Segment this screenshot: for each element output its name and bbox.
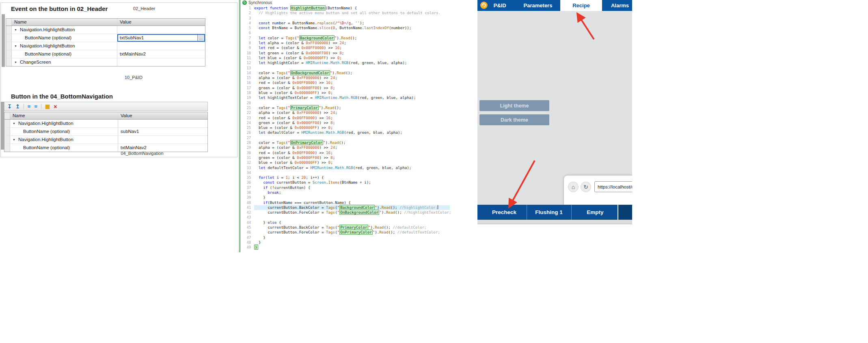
collapse-icon[interactable]: ▼ [14, 42, 18, 50]
code-line: 14 color = Tags("OnBackgroundColor").Rea… [242, 71, 450, 75]
text-cursor [438, 205, 438, 209]
event-row[interactable]: ▼Navigation.HighlightButton [4, 120, 207, 128]
light-theme-button[interactable]: Light theme [479, 100, 549, 111]
collapse-icon[interactable]: ▼ [14, 58, 18, 66]
code-line: 47 } [242, 235, 450, 240]
screenshot-stage: Event on the button in 02_Header 02_Head… [0, 0, 868, 343]
column-header-name[interactable]: Name [12, 19, 117, 26]
code-line: 10 let green = (color & 0x0000FF00) >> 8… [242, 51, 450, 56]
code-text: currentButton.ForeColor = Tags("OnPrimar… [254, 230, 450, 235]
code-line: 33 let defaultTextColor = HMIRuntime.Mat… [242, 165, 450, 170]
collapse-icon[interactable]: ▼ [14, 26, 18, 34]
tab-recipe[interactable]: Recipe [560, 0, 602, 11]
param-value-cell[interactable]: txtMainNav2 [117, 50, 205, 58]
line-number: 2 [242, 11, 254, 15]
param-value-cell[interactable]: subNav1 [118, 128, 207, 135]
nav-button-empty[interactable]: Empty [575, 205, 615, 220]
event-row[interactable]: ▼Navigation.HighlightButton [4, 136, 207, 144]
event-config-panels: Event on the button in 02_Header 02_Head… [0, 2, 238, 157]
nav-button-precheck[interactable]: Precheck [484, 205, 525, 220]
value-edit-field[interactable]: txtSubNav1 … [117, 34, 205, 42]
param-name: ButtonName (optional) [25, 50, 71, 58]
detail-view-icon[interactable]: ≡ [34, 104, 37, 109]
code-line: 49} [242, 245, 450, 250]
code-line: 17 green = (color & 0x0000FF00) >> 8; [242, 86, 450, 90]
synchronous-icon: ↻ [242, 0, 247, 5]
line-number: 36 [242, 180, 254, 185]
table-icon[interactable]: ▦ [45, 104, 50, 109]
line-number: 38 [242, 190, 254, 195]
url-input[interactable] [594, 181, 632, 192]
collapse-icon[interactable]: ▼ [13, 136, 16, 144]
event-row[interactable]: ▼Navigation.HighlightButton [6, 26, 205, 34]
line-number: 34 [242, 170, 254, 175]
line-number: 5 [242, 26, 254, 30]
dark-theme-button[interactable]: Dark theme [479, 114, 549, 125]
value-text: txtSubNav1 [120, 34, 197, 42]
tab-pid[interactable]: P&ID [491, 0, 509, 11]
row-gutter [6, 19, 12, 26]
code-line: 1export function HighlightButton(ButtonN… [242, 6, 450, 11]
code-text: let color = Tags("BackgroundColor").Read… [254, 36, 450, 41]
code-line: 18 blue = (color & 0x000000FF) >> 0; [242, 90, 450, 95]
event-value[interactable] [117, 58, 205, 66]
panel2-title: Button in the 04_BottomNavigation [11, 93, 113, 100]
tab-alarms[interactable]: Alarms [608, 0, 632, 11]
line-number: 29 [242, 145, 254, 150]
code-line: 7 let color = Tags("BackgroundColor").Re… [242, 36, 450, 41]
column-header-name[interactable]: Name [10, 112, 118, 119]
code-line: 5 const BtnName = ButtonName.slice(0, Bu… [242, 26, 450, 30]
move-down-icon[interactable]: ↧ [7, 104, 12, 109]
event-row[interactable]: ButtonName (optional) txtMainNav2 [6, 50, 205, 58]
line-number: 20 [242, 101, 254, 105]
splitter-bar[interactable] [1, 102, 4, 150]
code-text: let defaultColor = HMIRuntime.Math.RGB(r… [254, 130, 450, 135]
event-value[interactable] [117, 42, 205, 50]
browser-control-popup: ⌂ ↻ [564, 176, 632, 205]
hmi-runtime-panel: P&ID Parameters Recipe Alarms Light them… [477, 0, 632, 225]
column-header-value[interactable]: Value [118, 112, 207, 119]
browse-button[interactable]: … [197, 35, 204, 41]
event-value[interactable] [117, 26, 205, 34]
event-value[interactable] [118, 120, 207, 127]
code-text: if (!currentButton) { [254, 185, 450, 190]
code-text [254, 66, 450, 71]
editor-margin-indicator [240, 0, 240, 252]
line-number: 37 [242, 185, 254, 190]
splitter-bar[interactable] [2, 14, 5, 67]
event-row[interactable]: ButtonName (optional) txtSubNav1 … [6, 34, 205, 42]
param-value-cell[interactable]: txtSubNav1 … [117, 34, 205, 42]
event-row[interactable]: ▼Navigation.HighlightButton [6, 42, 205, 50]
runtime-menu-icon[interactable] [480, 2, 488, 9]
line-number: 47 [242, 235, 254, 240]
row-gutter [6, 26, 12, 34]
refresh-icon[interactable]: ↻ [581, 182, 591, 192]
table-header-row: Name Value [6, 19, 205, 26]
collapse-icon[interactable]: ▼ [13, 120, 16, 127]
nav-button-flushing1[interactable]: Flushing 1 [529, 205, 569, 220]
event-row[interactable]: ▼ChangeScreen [6, 58, 205, 66]
move-up-icon[interactable]: ↥ [15, 104, 20, 109]
tab-parameters[interactable]: Parameters [519, 0, 557, 11]
code-line: 36 const currentButton = Screen.Items(Bt… [242, 180, 450, 185]
code-text: } [254, 235, 450, 240]
code-text: color = Tags("PrimaryColor").Read(); [254, 105, 450, 110]
line-number: 46 [242, 230, 254, 235]
delete-icon[interactable]: × [54, 104, 57, 109]
code-line: 31 green = (color & 0x0000FF00) >> 8; [242, 155, 450, 160]
code-editor[interactable]: 1export function HighlightButton(ButtonN… [242, 6, 450, 250]
row-gutter [6, 42, 12, 50]
code-text [254, 135, 450, 140]
column-header-value[interactable]: Value [117, 19, 205, 26]
code-line: 35 for(let i = 1; i < 20; i++) { [242, 175, 450, 180]
list-view-icon[interactable]: ≡ [28, 104, 31, 109]
line-number: 40 [242, 200, 254, 205]
event-row[interactable]: ButtonName (optional) subNav1 [4, 128, 207, 136]
code-text: } [254, 240, 450, 245]
event-value[interactable] [118, 136, 207, 144]
line-number: 21 [242, 105, 254, 110]
script-editor[interactable]: ↻ Synchronous 1export function Highlight… [239, 0, 458, 253]
code-text: alpha = (color & 0xFF000000) >> 24; [254, 75, 450, 80]
home-icon[interactable]: ⌂ [568, 182, 579, 192]
line-number: 44 [242, 220, 254, 225]
